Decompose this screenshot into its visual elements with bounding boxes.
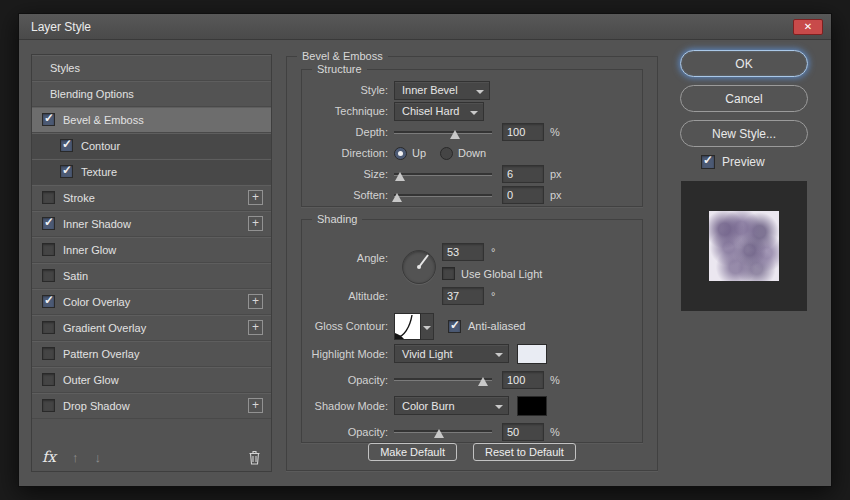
- gloss-contour-picker[interactable]: [394, 313, 421, 340]
- effect-checkbox[interactable]: [60, 165, 73, 178]
- effect-checkbox[interactable]: [42, 295, 55, 308]
- add-effect-icon[interactable]: [248, 190, 263, 205]
- sidebar-item-inner-shadow[interactable]: Inner Shadow: [32, 211, 271, 237]
- slider-thumb[interactable]: [434, 429, 444, 438]
- effect-checkbox[interactable]: [42, 373, 55, 386]
- desktop-background: Layer Style ✕ Styles Blending Options Be…: [0, 0, 850, 500]
- add-effect-icon[interactable]: [248, 320, 263, 335]
- title-bar[interactable]: Layer Style ✕: [19, 14, 831, 40]
- sidebar-item-label: Styles: [50, 62, 80, 74]
- preview-checkbox[interactable]: [701, 155, 715, 169]
- close-button[interactable]: ✕: [793, 19, 823, 35]
- size-label: Size:: [310, 168, 388, 180]
- angle-dial-center: [417, 265, 421, 269]
- delete-effect-button[interactable]: [248, 450, 261, 465]
- slider-thumb[interactable]: [478, 377, 488, 386]
- chevron-down-icon: [495, 405, 503, 409]
- effect-checkbox[interactable]: [42, 399, 55, 412]
- technique-dropdown[interactable]: Chisel Hard: [394, 102, 484, 121]
- angle-label: Angle:: [310, 252, 388, 264]
- effect-checkbox[interactable]: [42, 217, 55, 230]
- sidebar-item-texture[interactable]: Texture: [32, 159, 271, 185]
- effect-checkbox[interactable]: [42, 191, 55, 204]
- sidebar-item-label: Inner Glow: [63, 244, 116, 256]
- chevron-down-icon: [470, 111, 478, 115]
- direction-down-radio[interactable]: [440, 147, 453, 160]
- new-style-button[interactable]: New Style...: [680, 120, 808, 147]
- move-up-icon[interactable]: ↑: [72, 450, 79, 465]
- shadow-opacity-input[interactable]: [502, 423, 544, 441]
- window-title: Layer Style: [31, 20, 91, 34]
- add-effect-icon[interactable]: [248, 294, 263, 309]
- shadow-opacity-label: Opacity:: [310, 426, 388, 438]
- direction-up-radio[interactable]: [394, 147, 407, 160]
- soften-input[interactable]: [502, 186, 544, 204]
- effect-checkbox[interactable]: [42, 269, 55, 282]
- use-global-light-checkbox[interactable]: [442, 267, 455, 280]
- style-label: Style:: [310, 84, 388, 96]
- angle-input[interactable]: [442, 243, 484, 261]
- sidebar-item-contour[interactable]: Contour: [32, 133, 271, 159]
- sidebar-item-label: Bevel & Emboss: [63, 114, 144, 126]
- layer-preview-image: [709, 211, 779, 281]
- altitude-input[interactable]: [442, 287, 484, 305]
- shadow-opacity-row: Opacity: %: [310, 419, 634, 444]
- add-effect-icon[interactable]: [248, 398, 263, 413]
- sidebar-item-styles[interactable]: Styles: [32, 55, 271, 81]
- slider-thumb[interactable]: [392, 193, 402, 202]
- chevron-down-icon: [423, 326, 431, 330]
- fx-icon[interactable]: fx: [42, 448, 56, 466]
- sidebar-item-drop-shadow[interactable]: Drop Shadow: [32, 393, 271, 419]
- ok-button[interactable]: OK: [680, 50, 808, 77]
- technique-value: Chisel Hard: [402, 105, 459, 117]
- shadow-mode-dropdown[interactable]: Color Burn: [394, 396, 509, 415]
- effect-checkbox[interactable]: [60, 139, 73, 152]
- soften-slider[interactable]: [394, 188, 492, 203]
- sidebar-item-gradient-overlay[interactable]: Gradient Overlay: [32, 315, 271, 341]
- sidebar-item-bevel-emboss[interactable]: Bevel & Emboss: [32, 107, 271, 133]
- sidebar-item-pattern-overlay[interactable]: Pattern Overlay: [32, 341, 271, 367]
- anti-aliased-checkbox[interactable]: [448, 320, 461, 333]
- sidebar-item-blending-options[interactable]: Blending Options: [32, 81, 271, 107]
- move-down-icon[interactable]: ↓: [95, 450, 102, 465]
- highlight-opacity-label: Opacity:: [310, 374, 388, 386]
- highlight-opacity-input[interactable]: [502, 371, 544, 389]
- sidebar-item-label: Drop Shadow: [63, 400, 130, 412]
- highlight-mode-row: Highlight Mode: Vivid Light: [310, 341, 634, 366]
- sidebar-item-satin[interactable]: Satin: [32, 263, 271, 289]
- slider-thumb[interactable]: [395, 172, 405, 181]
- effect-checkbox[interactable]: [42, 321, 55, 334]
- structure-group: Structure Style: Inner Bevel Technique: …: [301, 69, 643, 207]
- style-dropdown[interactable]: Inner Bevel: [394, 81, 490, 100]
- highlight-color-swatch[interactable]: [517, 344, 547, 364]
- preview-toggle-row: Preview: [701, 155, 811, 169]
- shadow-color-swatch[interactable]: [517, 396, 547, 416]
- shadow-opacity-unit: %: [550, 426, 560, 438]
- sidebar-item-outer-glow[interactable]: Outer Glow: [32, 367, 271, 393]
- depth-slider[interactable]: [394, 125, 492, 140]
- make-default-button[interactable]: Make Default: [368, 443, 457, 461]
- highlight-opacity-slider[interactable]: [394, 372, 492, 387]
- sidebar-item-stroke[interactable]: Stroke: [32, 185, 271, 211]
- sidebar-item-color-overlay[interactable]: Color Overlay: [32, 289, 271, 315]
- effect-checkbox[interactable]: [42, 243, 55, 256]
- size-unit: px: [550, 168, 562, 180]
- gloss-contour-dropdown-button[interactable]: [421, 313, 434, 340]
- add-effect-icon[interactable]: [248, 216, 263, 231]
- angle-dial[interactable]: [402, 250, 436, 284]
- shading-group: Shading Angle: ° Use Global Light Altitu…: [301, 219, 643, 443]
- sidebar-item-label: Gradient Overlay: [63, 322, 146, 334]
- shadow-opacity-slider[interactable]: [394, 424, 492, 439]
- size-input[interactable]: [502, 165, 544, 183]
- effect-checkbox[interactable]: [42, 113, 55, 126]
- size-slider[interactable]: [394, 167, 492, 182]
- slider-thumb[interactable]: [450, 130, 460, 139]
- reset-to-default-button[interactable]: Reset to Default: [473, 443, 576, 461]
- depth-input[interactable]: [502, 123, 544, 141]
- effect-checkbox[interactable]: [42, 347, 55, 360]
- highlight-mode-dropdown[interactable]: Vivid Light: [394, 344, 509, 363]
- shadow-mode-value: Color Burn: [402, 400, 455, 412]
- sidebar-item-inner-glow[interactable]: Inner Glow: [32, 237, 271, 263]
- cancel-button[interactable]: Cancel: [680, 85, 808, 112]
- structure-legend: Structure: [312, 63, 367, 75]
